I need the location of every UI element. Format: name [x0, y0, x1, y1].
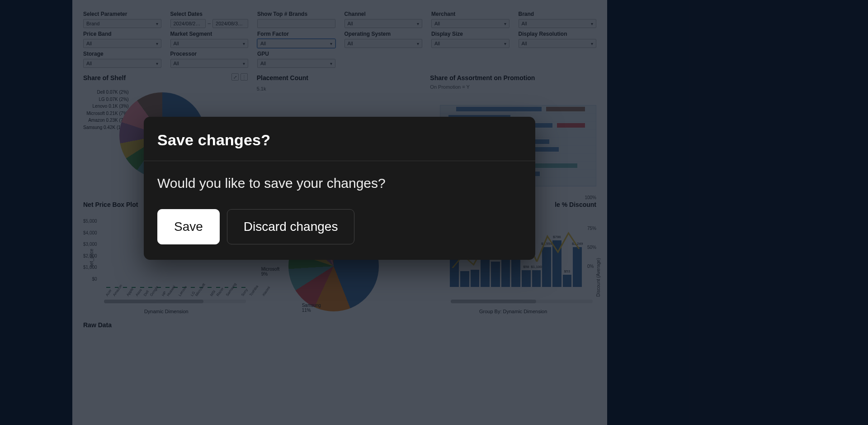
filter-select[interactable]: Brand▾	[83, 19, 161, 28]
chevron-down-icon: ▾	[156, 41, 158, 46]
x-tick: MSI	[209, 289, 217, 297]
chevron-down-icon: ▾	[243, 41, 245, 46]
filter-label: Display Resolution	[519, 31, 597, 37]
filter-gpu: GPUAll▾	[257, 51, 335, 68]
chevron-down-icon: ▾	[504, 21, 506, 26]
filter-label: Form Factor	[257, 31, 335, 37]
chart-title: Share of Assortment on Promotion	[430, 74, 596, 81]
date-to[interactable]: 2024/08/3…	[212, 19, 248, 28]
modal-message: Would you like to save your changes?	[157, 176, 522, 191]
placement-top-value: 5.1k	[257, 86, 423, 91]
chart-footer: Group By: Dynamic Dimension	[430, 309, 596, 314]
filter-select-dates: Select Dates2024/08/2…–2024/08/3…	[170, 11, 249, 28]
pie-label-samsung: Samsung11%	[302, 303, 321, 313]
filter-select[interactable]: All▾	[83, 59, 161, 68]
modal-title: Save changes?	[157, 131, 522, 149]
chevron-down-icon: ▾	[417, 41, 419, 46]
filter-select[interactable]: All▾	[519, 39, 597, 48]
filter-select[interactable]: All▾	[431, 19, 509, 28]
legend-entry: LG 0.07K (2%)	[83, 96, 129, 103]
x-scrollbar[interactable]	[451, 300, 593, 303]
filter-select[interactable]: All▾	[431, 39, 509, 48]
kebab-icon[interactable]: ⋮	[241, 73, 248, 81]
legend-entry: Dell 0.07K (2%)	[83, 89, 129, 96]
y-tick: $5,000	[83, 215, 97, 227]
filter-storage: StorageAll▾	[83, 51, 161, 68]
filter-input[interactable]	[257, 19, 335, 28]
filter-display-resolution: Display ResolutionAll▾	[519, 31, 597, 48]
filter-select-parameter: Select ParameterBrand▾	[83, 11, 161, 28]
filter-form-factor: Form FactorAll▾	[257, 31, 335, 48]
filter-select[interactable]: All▾	[83, 39, 161, 48]
x-tick: Apple	[126, 287, 134, 297]
y-axis-label: net_price	[89, 248, 94, 267]
x-axis-categories: AcerAmazonAppleAsusDellGoogleHPHuaweiLen…	[105, 295, 247, 299]
chevron-down-icon: ▾	[417, 21, 419, 26]
legend-entry: Microsoft 0.21K (7%)	[83, 110, 129, 117]
date-from[interactable]: 2024/08/2…	[170, 19, 206, 28]
x-tick: Acer	[105, 289, 113, 297]
filter-select[interactable]: All▾	[519, 19, 597, 28]
filters-row-3: StorageAll▾ProcessorAll▾GPUAll▾	[72, 51, 607, 71]
chevron-down-icon: ▾	[330, 61, 332, 66]
filter-label: Select Parameter	[83, 11, 161, 17]
discard-changes-button[interactable]: Discard changes	[227, 209, 355, 244]
filter-merchant: MerchantAll▾	[431, 11, 509, 28]
card-controls: ⤢ ⋮	[231, 73, 248, 81]
x-tick: Sony	[241, 288, 249, 297]
x-tick: Dell	[143, 290, 150, 297]
filter-label: Brand	[519, 11, 597, 17]
chevron-down-icon: ▾	[591, 21, 593, 26]
filter-label: Storage	[83, 51, 161, 57]
filter-select[interactable]: All▾	[257, 59, 335, 68]
y-tick: $0	[83, 273, 97, 285]
chart-footer: Dynamic Dimension	[83, 309, 250, 314]
legend-entry: Lenovo 0.1K (3%)	[83, 103, 129, 110]
y-axis-right-label: Discount (Average)	[595, 258, 600, 296]
filter-label: Operating System	[344, 31, 423, 37]
y-tick: 50%	[587, 238, 596, 257]
chart-title: Share of Shelf	[83, 74, 250, 81]
save-changes-modal: Save changes? Would you like to save you…	[144, 117, 535, 260]
filter-select[interactable]: All▾	[257, 39, 335, 48]
filter-select[interactable]: All▾	[344, 19, 423, 28]
filter-brand: BrandAll▾	[519, 11, 597, 28]
filter-label: Channel	[344, 11, 423, 17]
chevron-down-icon: ▾	[156, 21, 158, 26]
x-scrollbar[interactable]	[104, 300, 246, 303]
x-tick: Asus	[135, 288, 143, 297]
chart-subtitle: On Promotion = Y	[430, 84, 596, 90]
y-axis-right: 75%50%0%	[587, 219, 596, 276]
filter-label: Display Size	[431, 31, 509, 37]
filter-show-top-brands: Show Top # Brands	[257, 11, 335, 28]
filters-row-1: Select ParameterBrand▾Select Dates2024/0…	[72, 0, 607, 31]
filter-select[interactable]: All▾	[170, 59, 249, 68]
chevron-down-icon: ▾	[243, 61, 245, 66]
filters-row-2: Price BandAll▾Market SegmentAll▾Form Fac…	[72, 31, 607, 51]
expand-icon[interactable]: ⤢	[231, 73, 239, 81]
filter-label: Market Segment	[170, 31, 249, 37]
chevron-down-icon: ▾	[330, 41, 332, 46]
filter-label: Show Top # Brands	[257, 11, 335, 17]
raw-data-heading: Raw Data	[72, 314, 607, 329]
filter-label: GPU	[257, 51, 335, 57]
pct-right: 100%	[585, 195, 596, 200]
filter-label: Merchant	[431, 11, 509, 17]
x-tick: Razer	[216, 287, 225, 297]
save-button[interactable]: Save	[157, 209, 220, 244]
date-range: 2024/08/2…–2024/08/3…	[170, 19, 249, 28]
filter-label: Price Band	[83, 31, 161, 37]
filter-label: Select Dates	[170, 11, 249, 17]
modal-header: Save changes?	[144, 117, 535, 161]
filter-select[interactable]: All▾	[170, 39, 249, 48]
filter-price-band: Price BandAll▾	[83, 31, 161, 48]
dash-separator: –	[208, 20, 211, 27]
filter-select[interactable]: All▾	[344, 39, 423, 48]
y-tick: $4,000	[83, 227, 97, 239]
modal-actions: Save Discard changes	[144, 209, 535, 258]
chart-title: Placement Count	[257, 74, 423, 81]
modal-body: Would you like to save your changes?	[144, 161, 535, 191]
chevron-down-icon: ▾	[156, 61, 158, 66]
y-tick: 75%	[587, 219, 596, 238]
pie-label-microsoft: Microsoft9%	[261, 267, 280, 277]
